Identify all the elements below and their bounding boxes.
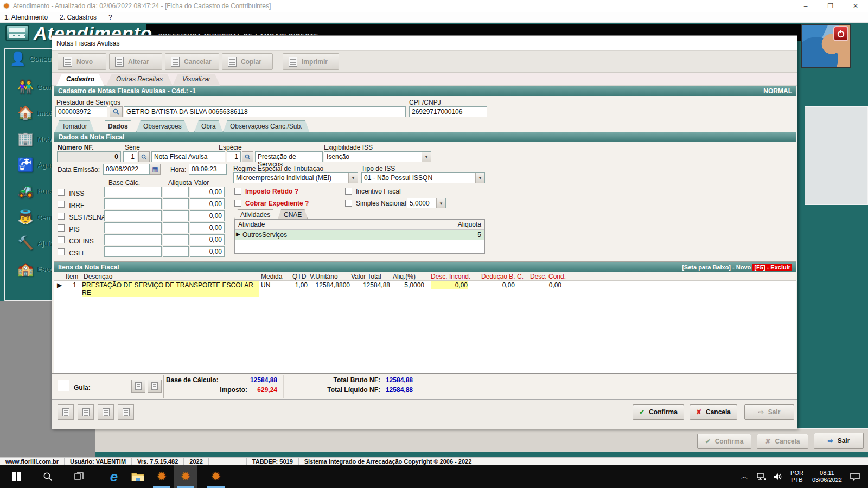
network-icon[interactable] xyxy=(756,472,767,481)
cofins-aliq-field[interactable] xyxy=(163,234,189,245)
especie-field[interactable]: 1 xyxy=(227,151,241,162)
cpf-field[interactable]: 26929717000106 xyxy=(409,106,487,117)
cobrar-expediente-checkbox[interactable] xyxy=(234,200,241,207)
cofins-checkbox[interactable] xyxy=(58,236,65,243)
tab-obra[interactable]: Obra xyxy=(194,120,223,132)
menu-help[interactable]: ? xyxy=(108,14,112,21)
csll-checkbox[interactable] xyxy=(58,248,65,255)
taskbar-app2-button[interactable]: ✹ xyxy=(174,465,197,488)
hidden-icons-chevron[interactable]: ︿ xyxy=(741,472,748,481)
prestador-search-button[interactable] xyxy=(110,106,123,117)
parent-sair-button[interactable]: ⇨ Sair xyxy=(814,433,864,449)
sest-base-field[interactable] xyxy=(104,210,162,221)
inss-checkbox[interactable] xyxy=(58,189,65,196)
start-button[interactable] xyxy=(4,465,28,488)
irrf-base-field[interactable] xyxy=(104,198,162,209)
parent-confirma-button[interactable]: ✔ Confirma xyxy=(697,434,751,449)
prestador-nome-field[interactable]: GETRO BATISTA DA SILVA 00656386118 xyxy=(124,106,406,117)
irrf-checkbox[interactable] xyxy=(58,201,65,208)
pis-aliq-field[interactable] xyxy=(163,222,189,233)
close-button[interactable]: ✕ xyxy=(843,0,868,12)
especie-search-button[interactable] xyxy=(242,151,253,162)
csll-aliq-field[interactable] xyxy=(163,246,189,257)
item-row[interactable]: ▶ 1 PRESTAÇÃO DE SERVIÇO DE TRANSPORTE E… xyxy=(54,281,796,290)
pis-base-field[interactable] xyxy=(104,222,162,233)
sest-checkbox[interactable] xyxy=(58,213,65,220)
taskbar-ie-button[interactable]: e xyxy=(102,465,126,488)
sest-valor-field[interactable]: 0,00 xyxy=(190,210,225,221)
inss-aliq-field[interactable] xyxy=(163,187,189,197)
inss-base-field[interactable] xyxy=(104,187,162,197)
imposto-retido-checkbox[interactable] xyxy=(234,188,241,195)
sidebar-item-ajuizamento[interactable]: 🔨 Ajuizi xyxy=(17,236,56,249)
tipo-iss-select[interactable]: 01 - Não Possui ISSQN ▾ xyxy=(361,172,485,183)
guia-checkbox[interactable] xyxy=(58,380,69,391)
serie-desc-field[interactable]: Nota Fiscal Avulsa xyxy=(151,151,225,162)
nav-next-button[interactable] xyxy=(98,404,114,420)
exigibilidade-select[interactable]: Isenção ▾ xyxy=(324,151,431,162)
tab-observacoes[interactable]: Observações xyxy=(136,120,189,132)
taskbar-search-button[interactable] xyxy=(36,465,60,488)
serie-field[interactable]: 1 xyxy=(123,151,137,162)
especie-desc-field[interactable]: Prestação de Serviços xyxy=(255,151,323,162)
power-button[interactable] xyxy=(833,26,848,41)
task-view-button[interactable] xyxy=(67,465,91,488)
data-emissao-field[interactable]: 03/06/2022 xyxy=(103,164,150,175)
atividade-row[interactable]: ▶ OutrosServiços 5 xyxy=(235,230,484,240)
irrf-aliq-field[interactable] xyxy=(163,198,189,209)
simples-valor-select[interactable]: 5,0000 ▾ xyxy=(407,198,446,208)
menu-cadastros[interactable]: 2. Cadastros xyxy=(60,14,97,21)
taskbar-app3-button[interactable]: ✹ xyxy=(204,465,228,488)
tab-dados[interactable]: Dados xyxy=(101,120,135,132)
confirma-button[interactable]: ✔ Confirma xyxy=(633,404,684,420)
cancelar-button[interactable]: Cancelar xyxy=(165,53,219,70)
guia-view-button[interactable] xyxy=(131,380,145,393)
sair-button[interactable]: ⇨ Sair xyxy=(744,404,794,420)
sidebar-item-cemiterio[interactable]: 👼 Cem xyxy=(17,210,52,223)
maximize-button[interactable]: ❐ xyxy=(818,0,843,12)
sidebar-item-rural[interactable]: 🚜 Rura xyxy=(17,184,53,197)
csll-valor-field[interactable]: 0,00 xyxy=(190,246,225,257)
tab-atividades[interactable]: Atividades xyxy=(234,209,276,219)
pis-checkbox[interactable] xyxy=(58,224,65,232)
csll-base-field[interactable] xyxy=(104,246,162,257)
simples-nacional-checkbox[interactable] xyxy=(345,200,352,207)
sidebar-item-contribuintes[interactable]: 👫 Cont xyxy=(17,80,53,93)
cancela-button[interactable]: ✘ Cancela xyxy=(690,404,737,420)
taskbar-explorer-button[interactable] xyxy=(126,465,150,488)
hora-field[interactable]: 08:09:23 xyxy=(189,164,227,175)
pis-valor-field[interactable]: 0,00 xyxy=(190,222,225,233)
taskbar-app1-button[interactable]: ✹ xyxy=(150,465,174,488)
notification-icon[interactable] xyxy=(850,472,860,481)
sest-aliq-field[interactable] xyxy=(163,210,189,221)
numero-nf-field[interactable]: 0 xyxy=(57,151,121,162)
serie-search-button[interactable] xyxy=(138,151,150,162)
speaker-icon[interactable] xyxy=(773,472,783,481)
tab-visualizar[interactable]: Visualizar xyxy=(173,74,220,86)
menu-atendimento[interactable]: 1. Atendimento xyxy=(4,14,48,21)
alterar-button[interactable]: Alterar xyxy=(109,53,162,70)
tab-tomador[interactable]: Tomador xyxy=(55,120,94,132)
nav-prev-button[interactable] xyxy=(78,404,94,420)
irrf-valor-field[interactable]: 0,00 xyxy=(190,198,225,209)
clock[interactable]: 08:11 03/06/2022 xyxy=(812,470,842,484)
inss-valor-field[interactable]: 0,00 xyxy=(190,187,225,197)
prestador-codigo-field[interactable]: 000003972 xyxy=(55,106,107,117)
cofins-valor-field[interactable]: 0,00 xyxy=(190,234,225,245)
cofins-base-field[interactable] xyxy=(104,234,162,245)
novo-button[interactable]: Novo xyxy=(58,53,106,70)
copiar-button[interactable]: Copiar xyxy=(222,53,273,70)
sidebar-item-agua[interactable]: 🚰 Água xyxy=(17,158,54,171)
sidebar-item-imobiliario[interactable]: 🏠 Imob xyxy=(17,106,54,119)
imprimir-button[interactable]: Imprimir xyxy=(283,53,339,70)
parent-cancela-button[interactable]: ✘ Cancela xyxy=(757,434,808,449)
tab-cadastro[interactable]: Cadastro xyxy=(56,74,104,86)
sidebar-item-escola[interactable]: 🏫 Esco xyxy=(17,262,54,275)
calendar-button[interactable]: ▦ xyxy=(150,164,161,175)
tab-obs-canc[interactable]: Observações Canc./Sub. xyxy=(223,120,309,132)
tab-outras-receitas[interactable]: Outras Receitas xyxy=(106,74,173,86)
incentivo-fiscal-checkbox[interactable] xyxy=(345,188,352,195)
nav-last-button[interactable] xyxy=(118,404,134,420)
nav-first-button[interactable] xyxy=(58,404,74,420)
regime-select[interactable]: Microempresário Individual (MEI) ▾ xyxy=(233,172,358,183)
